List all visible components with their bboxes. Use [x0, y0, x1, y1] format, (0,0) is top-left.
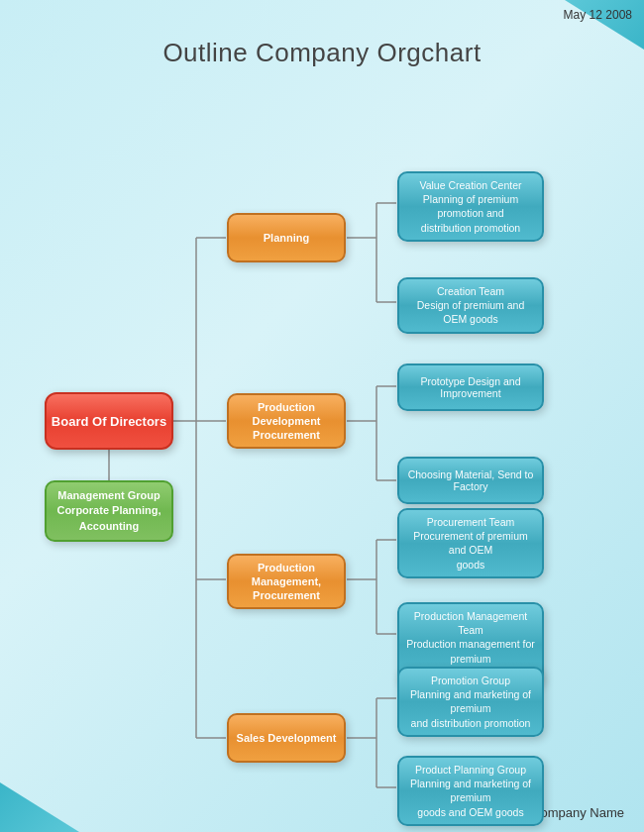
value-center-label: Value Creation CenterPlanning of premium…	[397, 171, 544, 242]
prod-mgmt-box: Production Management,Procurement	[226, 550, 347, 613]
promotion-group-label: Promotion GroupPlanning and marketing of…	[397, 667, 544, 737]
sales-dev-box: Sales Development	[226, 708, 347, 768]
sales-dev-label: Sales Development	[227, 713, 346, 763]
prod-mgmt-label: Production Management,Procurement	[227, 554, 346, 610]
choosing-label: Choosing Material, Send to Factory	[397, 457, 544, 504]
promotion-group-box: Promotion GroupPlanning and marketing of…	[396, 667, 545, 737]
mgmt-label: Management GroupCorporate Planning,Accou…	[45, 480, 173, 542]
product-planning-label: Product Planning GroupPlanning and marke…	[397, 756, 544, 826]
value-center-box: Value Creation CenterPlanning of premium…	[396, 171, 545, 242]
planning-label: Planning	[227, 213, 346, 262]
mgmt-box: Management GroupCorporate Planning,Accou…	[45, 480, 173, 542]
procurement-team-label: Procurement TeamProcurement of premium a…	[397, 508, 544, 578]
planning-box: Planning	[226, 208, 347, 267]
page-title: Outline Company Orgchart	[0, 0, 644, 78]
bod-label: Board Of Directors	[45, 392, 173, 450]
date-label: May 12 2008	[564, 8, 632, 22]
prod-dev-box: Production DevelopmentProcurement	[226, 389, 347, 453]
procurement-team-box: Procurement TeamProcurement of premium a…	[396, 508, 545, 578]
prod-dev-label: Production DevelopmentProcurement	[227, 393, 346, 450]
choosing-box: Choosing Material, Send to Factory	[396, 453, 545, 507]
product-planning-box: Product Planning GroupPlanning and marke…	[396, 756, 545, 826]
prototype-box: Prototype Design and Improvement	[396, 360, 545, 414]
prototype-label: Prototype Design and Improvement	[397, 364, 544, 411]
mgmt-text: Management GroupCorporate Planning,Accou…	[56, 488, 161, 534]
company-label: Company Name	[531, 805, 624, 820]
bod-box: Board Of Directors	[45, 391, 173, 451]
creation-team-box: Creation TeamDesign of premium and OEM g…	[396, 277, 545, 334]
creation-team-label: Creation TeamDesign of premium and OEM g…	[397, 277, 544, 334]
